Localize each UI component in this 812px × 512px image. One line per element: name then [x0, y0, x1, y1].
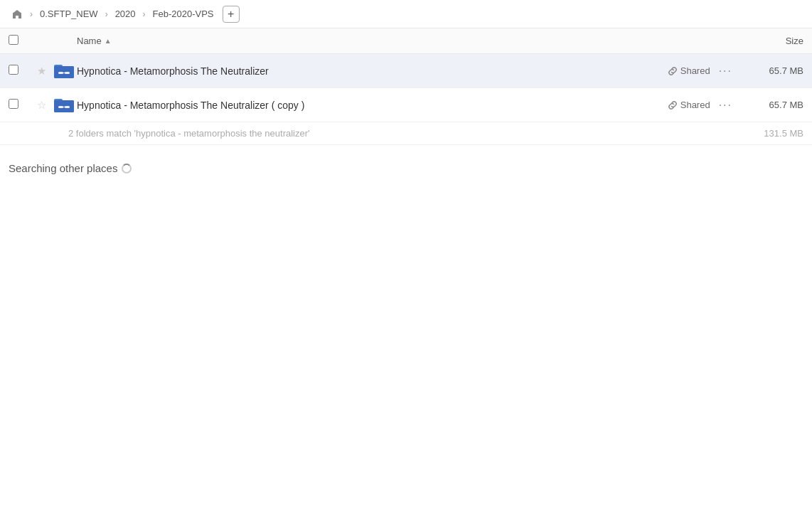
breadcrumb-bar: › 0.SFTP_NEW › 2020 › Feb-2020-VPS + [0, 0, 812, 28]
breadcrumb-sep-3: › [143, 9, 146, 19]
row2-check-cell [9, 99, 31, 111]
row2-star-cell[interactable]: ☆ [31, 99, 51, 112]
row2-size: 65.7 MB [747, 100, 803, 110]
breadcrumb-add-button[interactable]: + [223, 6, 240, 23]
svg-rect-11 [62, 107, 66, 107]
summary-row: 2 folders match 'hypnotica - metamorphos… [0, 122, 812, 145]
star-icon: ☆ [37, 99, 46, 112]
row2-checkbox[interactable] [9, 99, 18, 109]
searching-section: Searching other places [0, 145, 812, 183]
row1-size: 65.7 MB [747, 65, 803, 76]
row1-shared-badge[interactable]: Shared [668, 65, 710, 76]
table-row[interactable]: ★ Hypnotica - Metamorphosis The Neutrali… [0, 54, 812, 88]
breadcrumb-feb[interactable]: Feb-2020-VPS [150, 7, 217, 21]
star-icon: ★ [37, 65, 46, 78]
link-icon [668, 66, 678, 76]
row1-name: Hypnotica - Metamorphosis The Neutralize… [77, 65, 668, 77]
row2-shared-badge[interactable]: Shared [668, 100, 710, 110]
sort-arrow-icon: ▲ [105, 37, 112, 45]
row1-check-cell [9, 65, 31, 77]
searching-spinner-icon [122, 164, 132, 174]
header-checkbox-cell [9, 35, 31, 47]
breadcrumb-home-icon[interactable] [9, 7, 26, 21]
row2-name: Hypnotica - Metamorphosis The Neutralize… [77, 100, 668, 111]
breadcrumb-2020[interactable]: 2020 [112, 7, 139, 21]
column-header-row: Name ▲ Size [0, 28, 812, 54]
breadcrumb-sep-1: › [30, 9, 33, 19]
row2-more-button[interactable]: ··· [716, 97, 735, 113]
header-size-col: Size [747, 36, 803, 46]
row1-more-button[interactable]: ··· [716, 63, 735, 79]
row2-folder-icon-cell [51, 97, 77, 114]
link-icon [668, 100, 678, 110]
header-name-col[interactable]: Name ▲ [77, 36, 747, 46]
row2-actions: Shared ··· [668, 97, 735, 113]
table-row[interactable]: ☆ Hypnotica - Metamorphosis The Neutrali… [0, 88, 812, 122]
svg-rect-5 [62, 73, 66, 73]
svg-rect-8 [54, 100, 74, 112]
row1-folder-icon-cell [51, 63, 77, 80]
summary-total-size: 131.5 MB [747, 128, 803, 139]
row1-checkbox[interactable] [9, 65, 18, 75]
svg-rect-2 [54, 66, 74, 78]
summary-text: 2 folders match 'hypnotica - metamorphos… [68, 128, 747, 139]
breadcrumb-sftp[interactable]: 0.SFTP_NEW [37, 7, 101, 21]
row1-star-cell[interactable]: ★ [31, 65, 51, 78]
searching-title: Searching other places [9, 162, 803, 174]
breadcrumb-sep-2: › [105, 9, 108, 19]
select-all-checkbox[interactable] [9, 35, 18, 45]
folder-icon [54, 63, 74, 80]
folder-icon [54, 97, 74, 114]
row1-actions: Shared ··· [668, 63, 735, 79]
